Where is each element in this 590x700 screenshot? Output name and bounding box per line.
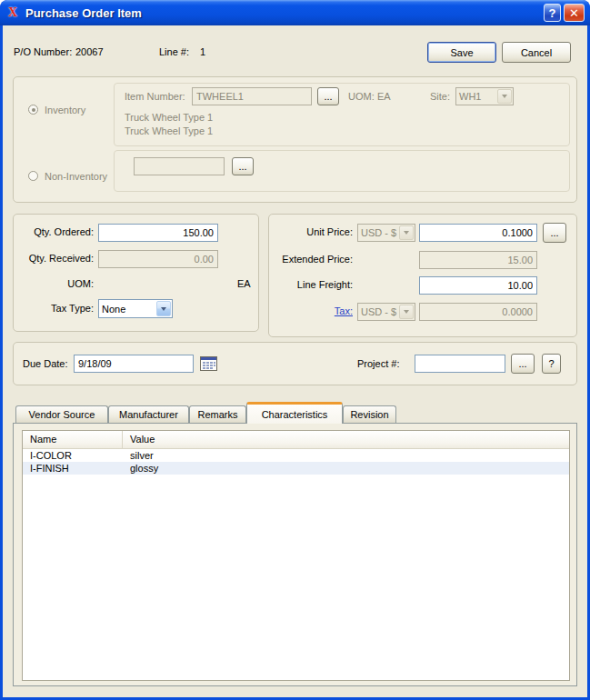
chevron-down-icon <box>399 305 414 319</box>
titlebar: X Purchase Order Item ? ✕ <box>0 0 590 25</box>
qty-uom-value: EA <box>237 278 251 289</box>
tab-characteristics[interactable]: Characteristics <box>246 402 343 424</box>
calendar-button[interactable] <box>198 354 218 373</box>
line-number-label: Line #: <box>159 46 189 57</box>
save-button[interactable]: Save <box>427 42 496 63</box>
unit-price-browse-button[interactable]: ... <box>543 223 566 243</box>
quantity-group: Qty. Ordered: Qty. Received: UOM: EA Tax… <box>13 214 259 332</box>
characteristic-name: I-FINISH <box>23 463 123 474</box>
table-row[interactable]: I-COLOR silver <box>23 449 569 462</box>
table-row[interactable]: I-FINISH glossy <box>23 462 569 475</box>
chevron-down-icon <box>156 301 171 316</box>
column-header-name[interactable]: Name <box>23 431 123 448</box>
po-number-value: 20067 <box>75 46 104 57</box>
non-inventory-radio-label: Non-Inventory <box>45 171 107 182</box>
site-combo-value: WH1 <box>456 91 496 102</box>
unit-price-label: Unit Price: <box>269 226 353 237</box>
inventory-radio <box>28 105 38 115</box>
inventory-radio-label: Inventory <box>45 105 85 115</box>
item-number-label: Item Number: <box>125 91 185 102</box>
extended-price-label: Extended Price: <box>269 254 353 265</box>
tab-manufacturer[interactable]: Manufacturer <box>108 405 189 423</box>
tax-currency-value: USD - $ <box>358 306 398 317</box>
characteristics-panel: Name Value I-COLOR silver I-FINISH gloss… <box>13 423 577 686</box>
price-group: Unit Price: USD - $ ... Extended Price: … <box>268 214 577 337</box>
purchase-order-item-window: X Purchase Order Item ? ✕ P/O Number: 20… <box>0 0 590 700</box>
tab-remarks[interactable]: Remarks <box>189 405 246 423</box>
unit-price-field[interactable] <box>419 224 537 242</box>
tax-currency-combo: USD - $ <box>357 303 415 321</box>
extended-price-field <box>419 251 537 269</box>
site-label: Site: <box>430 91 450 102</box>
project-field[interactable] <box>415 355 505 373</box>
qty-ordered-label: Qty. Ordered: <box>14 226 94 237</box>
po-number-label: P/O Number: <box>14 46 72 57</box>
app-icon: X <box>5 5 20 20</box>
line-freight-field[interactable] <box>419 276 537 295</box>
chevron-down-icon <box>399 225 414 240</box>
project-browse-button[interactable]: ... <box>511 354 535 374</box>
tax-field <box>419 303 537 321</box>
unit-price-currency-value: USD - $ <box>358 227 398 238</box>
tax-type-label: Tax Type: <box>14 303 94 314</box>
table-header: Name Value <box>23 431 569 449</box>
tab-revision[interactable]: Revision <box>343 405 396 423</box>
non-inventory-field <box>134 157 225 175</box>
tab-vendor-source[interactable]: Vendor Source <box>15 405 108 423</box>
window-title: Purchase Order Item <box>25 6 541 20</box>
item-number-field <box>192 87 312 105</box>
qty-ordered-field[interactable] <box>98 224 218 242</box>
column-header-value[interactable]: Value <box>123 431 162 448</box>
non-inventory-browse-button[interactable]: ... <box>232 157 254 175</box>
qty-received-label: Qty. Received: <box>14 253 94 264</box>
site-combo: WH1 <box>455 87 514 105</box>
characteristic-name: I-COLOR <box>23 450 123 461</box>
project-label: Project #: <box>357 358 399 369</box>
item-group: Inventory Item Number: ... UOM: EA Site:… <box>13 76 577 203</box>
tax-label-wrap: Tax: <box>269 305 353 316</box>
item-description-line1: Truck Wheel Type 1 <box>125 112 213 123</box>
tax-link[interactable]: Tax: <box>335 305 353 316</box>
tax-type-combo[interactable]: None <box>98 299 173 318</box>
characteristics-table: Name Value I-COLOR silver I-FINISH gloss… <box>22 430 570 681</box>
schedule-group: Due Date: Project #: ... ? <box>13 342 577 385</box>
line-freight-label: Line Freight: <box>269 279 353 290</box>
characteristic-value: glossy <box>123 463 165 474</box>
tax-type-value: None <box>99 304 155 315</box>
cancel-button[interactable]: Cancel <box>502 42 571 63</box>
item-description-line2: Truck Wheel Type 1 <box>125 125 213 136</box>
qty-received-field <box>98 250 218 268</box>
chevron-down-icon <box>497 89 512 104</box>
titlebar-help-button[interactable]: ? <box>544 4 561 22</box>
characteristic-value: silver <box>123 450 161 461</box>
due-date-label: Due Date: <box>23 358 68 369</box>
non-inventory-radio <box>28 171 38 181</box>
qty-uom-label: UOM: <box>14 278 94 289</box>
uom-value: EA <box>377 91 391 102</box>
uom-label: UOM: <box>348 91 375 102</box>
unit-price-currency-combo: USD - $ <box>357 224 415 242</box>
item-number-browse-button[interactable]: ... <box>317 87 339 105</box>
line-number-value: 1 <box>200 46 205 57</box>
due-date-field[interactable] <box>74 355 194 373</box>
project-help-button[interactable]: ? <box>542 354 561 374</box>
calendar-icon <box>198 354 218 373</box>
dialog-body: P/O Number: 20067 Line #: 1 Save Cancel … <box>3 25 587 697</box>
titlebar-close-icon[interactable]: ✕ <box>564 4 585 22</box>
